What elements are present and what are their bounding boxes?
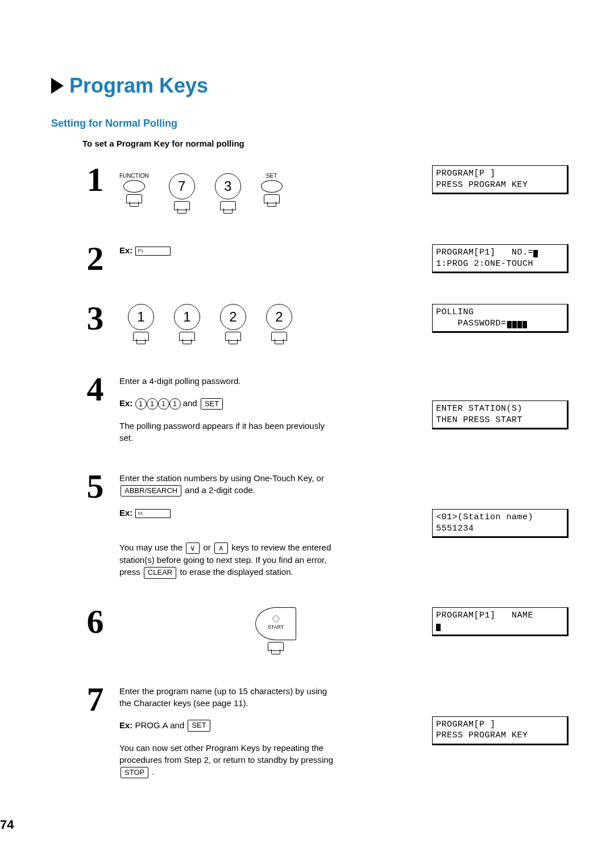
step-text: to erase the displayed station. [177,567,293,577]
step-number: 6 [80,604,111,639]
triangle-icon [51,78,64,94]
press-hand-icon [174,201,190,216]
step-6: 6 START PROGRAM[P1] NAME [51,604,569,657]
step-text: Enter a 4-digit polling password. [119,375,432,387]
lcd-display: ENTER STATION(S) THEN PRESS START [432,372,569,429]
example-value-box: P1 [135,247,171,256]
press-hand-icon [220,201,236,216]
step-number: 4 [80,372,111,406]
press-hand-icon [271,332,287,347]
set-key-label: SET [266,172,277,179]
press-hand-icon [264,194,280,209]
press-hand-icon [268,642,284,657]
example-label: Ex: [119,720,132,730]
start-key: START [255,607,296,640]
lcd-display: PROGRAM[P1] NAME [432,604,569,636]
step-text: or [201,542,213,552]
numpad-2b-label: 2 [266,304,292,330]
digit-circle: 1 [147,398,158,410]
numpad-2-label: 2 [220,304,246,330]
press-hand-icon [225,332,241,347]
digit-circle: 1 [169,398,181,410]
digit-circle: 1 [158,398,169,410]
set-key-inline: SET [188,720,210,731]
stop-key: STOP [121,767,148,778]
step-5: 5 Enter the station numbers by using One… [51,469,569,578]
start-key-label: START [268,624,284,631]
diamond-icon [272,615,280,623]
step-1: 1 FUNCTION 7 3 SET [51,162,569,216]
press-hand-icon [133,332,149,347]
example-label: Ex: [119,508,132,518]
up-arrow-key: ∧ [214,542,228,554]
numpad-3-label: 3 [215,173,241,199]
subsection-title: Setting for Normal Polling [51,118,569,130]
step-number: 5 [80,469,111,503]
numpad-2-key: 2 [266,304,292,347]
example-value: PROG.A and [132,720,186,730]
page-number: 74 [0,817,14,832]
numpad-1-key: 1 [128,304,154,347]
numpad-7-label: 7 [169,173,195,199]
step-number: 1 [80,162,111,197]
clear-key: CLEAR [144,567,176,578]
numpad-3-key: 3 [215,165,241,216]
set-key-inline: SET [201,398,223,410]
lcd-display: PROGRAM[P ] PRESS PROGRAM KEY [432,682,569,745]
step-7: 7 Enter the program name (up to 15 chara… [51,682,569,778]
step-text: You may use the [119,542,185,552]
step-text: You can now set other Program Keys by re… [119,743,333,765]
abbr-search-key: ABBR/SEARCH [121,485,181,496]
step-text: Enter the station numbers by using One-T… [119,473,324,483]
section-title: Program Keys [69,74,208,98]
digit-circle: 1 [135,398,147,410]
example-label: Ex: [119,245,132,255]
step-number: 3 [80,301,111,335]
example-value-box: 01 [135,509,171,518]
section-header: Program Keys [51,74,569,98]
example-label: Ex: [119,398,132,408]
press-hand-icon [126,194,142,209]
step-text: and a 2-digit code. [182,485,255,495]
function-key-label: FUNCTION [119,172,149,179]
function-key: FUNCTION [119,172,149,209]
numpad-1-key: 1 [174,304,200,347]
lcd-display: POLLING PASSWORD= [432,301,569,333]
press-hand-icon [179,332,195,347]
step-text: The polling password appears if it has b… [119,420,335,444]
step-4: 4 Enter a 4-digit polling password. Ex: … [51,372,569,444]
lcd-display: <01>(Station name) 5551234 [432,469,569,538]
sub-instruction: To set a Program Key for normal polling [82,139,569,148]
numpad-1b-label: 1 [174,304,200,330]
step-number: 2 [80,241,111,276]
down-arrow-key: ∨ [186,542,200,554]
step-3: 3 1 1 2 2 [51,301,569,347]
numpad-1-label: 1 [128,304,154,330]
numpad-2-key: 2 [220,304,246,347]
lcd-display: PROGRAM[P1] NO.= 1:PROG 2:ONE-TOUCH [432,241,569,273]
step-number: 7 [80,682,111,716]
step-2: 2 Ex: P1 PROGRAM[P1] NO.= 1:PROG 2:ONE-T… [51,241,569,276]
lcd-display: PROGRAM[P ] PRESS PROGRAM KEY [432,162,569,194]
and-text: and [181,398,200,408]
step-text: . [150,767,154,777]
set-key: SET [261,172,283,209]
numpad-7-key: 7 [169,165,195,216]
step-text: Enter the program name (up to 15 charact… [119,685,341,709]
